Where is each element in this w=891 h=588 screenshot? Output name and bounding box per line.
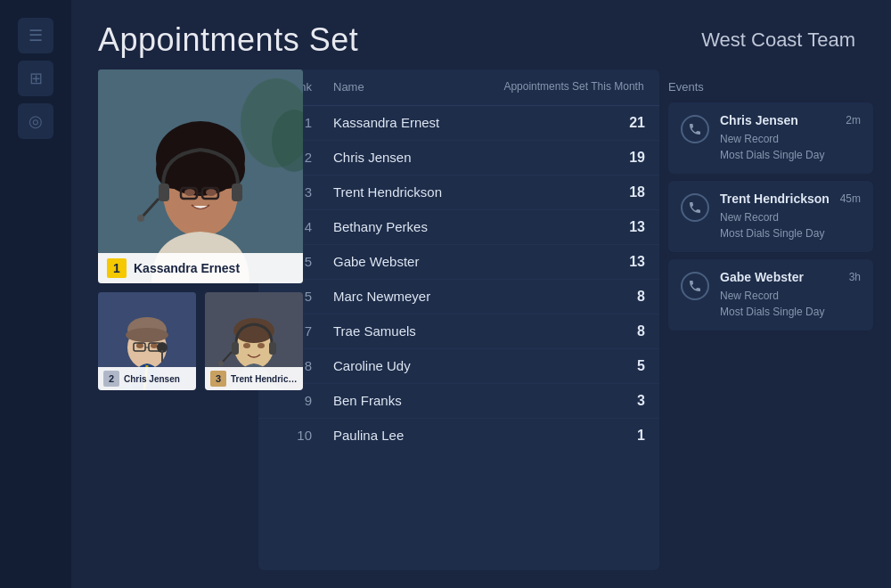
row-count: 13 (592, 219, 645, 235)
table-row: 1 Kassandra Ernest 21 (258, 106, 659, 141)
row-count: 8 (592, 289, 645, 305)
page-title: Appointments Set (98, 21, 358, 59)
event-card: Trent Hendrickson 45m New RecordMost Dia… (668, 181, 873, 252)
table-row: 5 Marc Newmeyer 8 (258, 280, 659, 314)
events-panel: Events Chris Jensen 2m New RecordMost Di… (668, 69, 873, 570)
second-place-badge: 2 Chris Jensen (98, 367, 196, 390)
svg-point-27 (136, 343, 143, 348)
row-count: 5 (592, 358, 645, 374)
col-header-name: Name (326, 80, 503, 94)
row-name: Trent Hendrickson (326, 184, 592, 200)
event-phone-icon (681, 193, 709, 222)
page-header: Appointments Set West Coast Team (0, 0, 891, 69)
event-person-name: Chris Jensen (720, 113, 798, 127)
table-row: 8 Caroline Udy 5 (258, 349, 659, 384)
svg-point-40 (257, 343, 265, 348)
table-row: 7 Trae Samuels 8 (258, 314, 659, 349)
row-count: 21 (592, 115, 645, 131)
table-row: 5 Gabe Webster 13 (258, 245, 659, 280)
col-header-appts: Appointments Set This Month (503, 80, 645, 94)
nav-icon-1[interactable]: ☰ (18, 18, 53, 53)
row-count: 3 (592, 393, 645, 409)
event-record: New RecordMost Dials Single Day (720, 131, 861, 163)
row-name: Chris Jensen (326, 150, 592, 165)
event-person-name: Trent Hendrickson (720, 192, 830, 206)
event-record: New RecordMost Dials Single Day (720, 288, 861, 320)
svg-rect-42 (269, 342, 276, 355)
second-third-photos: 2 Chris Jensen (98, 292, 249, 390)
row-name: Kassandra Ernest (326, 115, 592, 130)
event-time: 2m (846, 114, 861, 127)
second-place-photo: 2 Chris Jensen (98, 292, 196, 390)
row-rank: 9 (273, 393, 326, 408)
event-time: 45m (840, 192, 861, 205)
row-name: Caroline Udy (326, 358, 592, 373)
row-count: 19 (592, 150, 645, 166)
svg-point-19 (137, 215, 144, 222)
svg-rect-16 (159, 184, 169, 201)
row-name: Gabe Webster (326, 254, 592, 269)
event-person-name: Gabe Webster (720, 270, 804, 284)
row-name: Trae Samuels (326, 323, 592, 339)
event-time: 3h (849, 271, 861, 283)
rank-number-2: 2 (103, 371, 119, 387)
first-place-photo: 1 Kassandra Ernest (98, 69, 303, 283)
first-place-name: Kassandra Ernest (134, 261, 240, 275)
events-header: Events (668, 69, 873, 102)
event-card: Gabe Webster 3h New RecordMost Dials Sin… (668, 259, 873, 331)
svg-rect-17 (232, 184, 242, 201)
nav-icon-2[interactable]: ⊞ (18, 61, 53, 96)
third-place-photo: 3 Trent Hendrick... (205, 292, 303, 390)
event-record: New RecordMost Dials Single Day (720, 209, 861, 241)
svg-point-12 (206, 189, 217, 196)
rank-number-3: 3 (210, 371, 226, 387)
event-content: Chris Jensen 2m New RecordMost Dials Sin… (720, 113, 861, 163)
table-row: 10 Paulina Lee 1 (258, 419, 659, 453)
main-content: 1 Kassandra Ernest (0, 69, 891, 588)
row-count: 13 (592, 254, 645, 270)
third-place-badge: 3 Trent Hendrick... (205, 367, 303, 390)
table-row: 3 Trent Hendrickson 18 (258, 176, 659, 210)
row-count: 18 (592, 184, 645, 200)
table-row: 9 Ben Franks 3 (258, 384, 659, 419)
svg-point-28 (151, 343, 158, 348)
event-phone-icon (681, 115, 709, 143)
svg-rect-41 (232, 342, 239, 355)
event-content: Trent Hendrickson 45m New RecordMost Dia… (720, 192, 861, 241)
event-card: Chris Jensen 2m New RecordMost Dials Sin… (668, 102, 873, 174)
row-name: Bethany Perkes (326, 219, 592, 234)
event-content: Gabe Webster 3h New RecordMost Dials Sin… (720, 270, 861, 320)
team-name: West Coast Team (701, 29, 855, 52)
table-header: Rank Name Appointments Set This Month (258, 69, 659, 106)
table-rows-container: 1 Kassandra Ernest 21 2 Chris Jensen 19 … (258, 106, 659, 453)
event-cards-container: Chris Jensen 2m New RecordMost Dials Sin… (668, 102, 873, 338)
svg-point-39 (243, 343, 250, 348)
svg-point-26 (126, 328, 168, 342)
table-row: 4 Bethany Perkes 13 (258, 210, 659, 245)
leaderboard-table: Rank Name Appointments Set This Month 1 … (258, 69, 659, 570)
row-count: 1 (592, 428, 645, 444)
row-rank: 10 (273, 428, 326, 443)
table-row: 2 Chris Jensen 19 (258, 141, 659, 176)
first-place-badge: 1 Kassandra Ernest (98, 253, 303, 283)
svg-point-11 (184, 189, 195, 196)
third-place-name: Trent Hendrick... (231, 374, 298, 384)
left-navigation: ☰ ⊞ ◎ (0, 0, 71, 588)
row-count: 8 (592, 323, 645, 339)
svg-point-44 (218, 361, 224, 366)
row-name: Ben Franks (326, 393, 592, 408)
second-place-name: Chris Jensen (124, 374, 180, 384)
event-phone-icon (681, 272, 709, 300)
row-name: Paulina Lee (326, 428, 592, 443)
nav-icon-3[interactable]: ◎ (18, 103, 53, 139)
rank-number-1: 1 (107, 258, 127, 278)
row-name: Marc Newmeyer (326, 289, 592, 304)
